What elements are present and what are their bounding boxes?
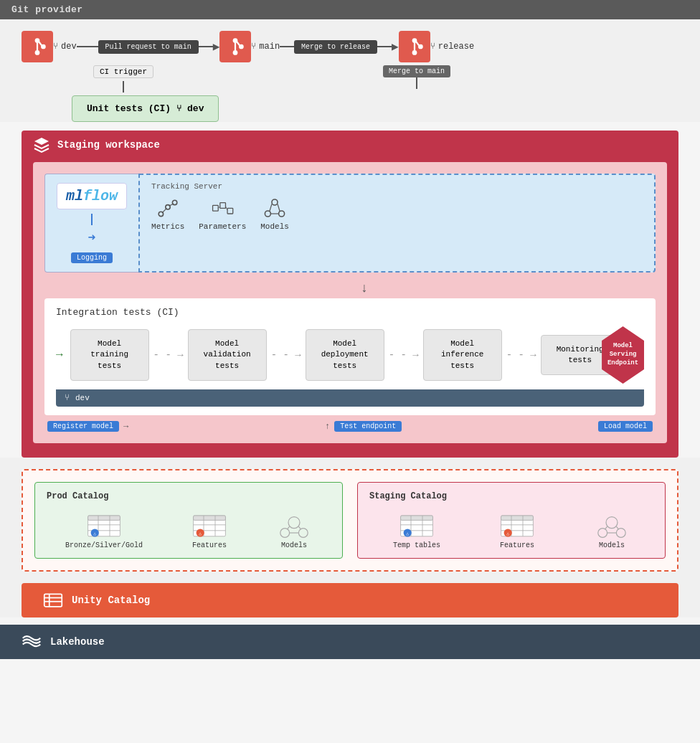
test-box-validation: Model validation tests bbox=[188, 329, 267, 381]
svg-text:△: △ bbox=[93, 531, 96, 536]
svg-point-28 bbox=[279, 211, 285, 217]
mlflow-left: mlflow ➜ Logging bbox=[44, 174, 138, 273]
prod-catalog: Prod Catalog △ Bronze/Silver/Gold bbox=[34, 482, 343, 559]
merge-to-release-btn[interactable]: Merge to release bbox=[294, 40, 377, 54]
svg-rect-23 bbox=[227, 208, 233, 214]
merge-to-main-label: Merge to main bbox=[383, 65, 450, 77]
svg-point-11 bbox=[412, 50, 417, 55]
prod-item-bronze: △ Bronze/Silver/Gold bbox=[65, 510, 143, 549]
svg-rect-41 bbox=[194, 516, 226, 520]
svg-line-52 bbox=[298, 526, 301, 529]
line1 bbox=[77, 46, 98, 47]
logging-arrow bbox=[91, 214, 93, 225]
tracking-server-box: Tracking Server bbox=[138, 174, 656, 273]
prod-item-models: Models bbox=[276, 510, 312, 549]
unit-tests-box: Unit tests (CI) ⑂ dev bbox=[72, 95, 219, 122]
svg-point-26 bbox=[272, 199, 278, 205]
models-icon bbox=[263, 197, 286, 219]
parameters-icon bbox=[211, 197, 234, 219]
line4 bbox=[377, 46, 392, 47]
svg-line-14 bbox=[416, 42, 419, 45]
right-arrow-blue: ➜ bbox=[88, 229, 96, 245]
dev-git-icon bbox=[22, 31, 53, 62]
svg-point-50 bbox=[298, 529, 308, 538]
test-box-inference: Model inference tests bbox=[423, 329, 502, 381]
tracking-parameters: Parameters bbox=[199, 197, 246, 231]
svg-point-6 bbox=[233, 50, 238, 55]
unit-tests-area: Unit tests (CI) ⑂ dev bbox=[72, 95, 678, 122]
svg-line-73 bbox=[605, 526, 607, 529]
git-flow-row: ⑂ dev Pull request to main ▶ ⑂ main Merg… bbox=[22, 31, 678, 62]
lakehouse-icon bbox=[22, 632, 42, 652]
dashed-arrow-3: - - → bbox=[389, 349, 419, 361]
dashed-arrow-2: - - → bbox=[271, 349, 301, 361]
test-endpoint-badge: Test endpoint bbox=[334, 421, 402, 432]
svg-rect-22 bbox=[220, 203, 226, 209]
test-box-training: Model training tests bbox=[70, 329, 149, 381]
arrow2: ▶ bbox=[392, 39, 399, 54]
svg-text:△: △ bbox=[506, 531, 509, 536]
svg-point-48 bbox=[288, 517, 300, 529]
prod-catalog-title: Prod Catalog bbox=[47, 491, 331, 501]
catalogs-row: Prod Catalog △ Bronze/Silver/Gold bbox=[22, 469, 678, 572]
temp-tables-icon: △ bbox=[399, 510, 435, 539]
top-section: ⑂ dev Pull request to main ▶ ⑂ main Merg… bbox=[0, 19, 700, 122]
features-staging-icon: △ bbox=[499, 510, 535, 539]
staging-item-temp: △ Temp tables bbox=[393, 510, 440, 549]
svg-text:△: △ bbox=[406, 531, 409, 536]
ci-trigger-label: CI trigger bbox=[93, 65, 153, 78]
staging-workspace: Staging workspace mlflow ➜ Logging Track… bbox=[22, 131, 678, 458]
staging-catalog-title: Staging Catalog bbox=[369, 491, 653, 501]
dashed-arrow-1: - - → bbox=[153, 349, 184, 361]
models-prod-icon bbox=[276, 510, 312, 539]
register-model-badge: Register model bbox=[47, 421, 119, 432]
svg-rect-55 bbox=[401, 516, 433, 520]
dashed-arrow-4: - - → bbox=[506, 349, 536, 361]
line2 bbox=[199, 46, 213, 47]
staging-item-features: △ Features bbox=[499, 510, 535, 549]
main-git-icon bbox=[219, 31, 251, 62]
svg-marker-15 bbox=[34, 138, 49, 145]
main-branch-label: ⑂ main bbox=[251, 42, 280, 52]
tracking-models: Models bbox=[260, 197, 289, 231]
flow-labels-row: Register model → ↑ Test endpoint Load mo… bbox=[44, 421, 656, 432]
release-branch-label: ⑂ release bbox=[430, 42, 474, 52]
svg-line-9 bbox=[237, 42, 240, 45]
svg-line-19 bbox=[162, 208, 166, 212]
green-enter-arrow: → bbox=[56, 349, 63, 361]
svg-point-71 bbox=[598, 529, 607, 538]
test-box-deployment: Model deployment tests bbox=[306, 329, 384, 381]
integration-outer: → Model training tests - - → Model valid… bbox=[56, 326, 644, 384]
staging-inner: mlflow ➜ Logging Tracking Server bbox=[33, 162, 667, 443]
bottom-section: Prod Catalog △ Bronze/Silver/Gold bbox=[0, 458, 700, 617]
release-git-icon bbox=[399, 31, 430, 62]
svg-line-30 bbox=[278, 204, 280, 211]
bronze-icon: △ bbox=[86, 510, 122, 539]
models-staging-icon bbox=[594, 510, 630, 539]
down-arrow-to-integration: ↓ bbox=[73, 281, 656, 295]
staging-header: Staging workspace bbox=[33, 136, 667, 153]
svg-line-51 bbox=[287, 526, 289, 529]
svg-rect-63 bbox=[501, 516, 534, 520]
svg-point-27 bbox=[265, 211, 270, 217]
integration-tests-section: Integration tests (CI) → Model training … bbox=[44, 298, 656, 415]
prod-item-features: △ Features bbox=[191, 510, 227, 549]
lakehouse-bar: Lakehouse bbox=[0, 625, 700, 659]
unity-catalog-icon bbox=[43, 590, 63, 610]
svg-text:△: △ bbox=[199, 531, 202, 536]
svg-line-4 bbox=[39, 42, 42, 45]
metrics-icon bbox=[156, 197, 179, 219]
line3 bbox=[280, 46, 294, 47]
layers-icon bbox=[33, 136, 50, 153]
pull-request-btn[interactable]: Pull request to main bbox=[98, 40, 199, 54]
integration-title: Integration tests (CI) bbox=[56, 307, 644, 318]
git-provider-bar: Git provider bbox=[0, 0, 700, 19]
svg-point-49 bbox=[280, 529, 290, 538]
svg-rect-21 bbox=[213, 205, 219, 211]
tracking-items: Metrics Parame bbox=[151, 197, 643, 231]
svg-rect-33 bbox=[88, 516, 120, 520]
unity-catalog-bar: Unity Catalog bbox=[22, 583, 678, 617]
svg-point-1 bbox=[35, 50, 40, 55]
merge-v-line bbox=[416, 77, 417, 89]
mlflow-logo: mlflow bbox=[57, 183, 127, 209]
